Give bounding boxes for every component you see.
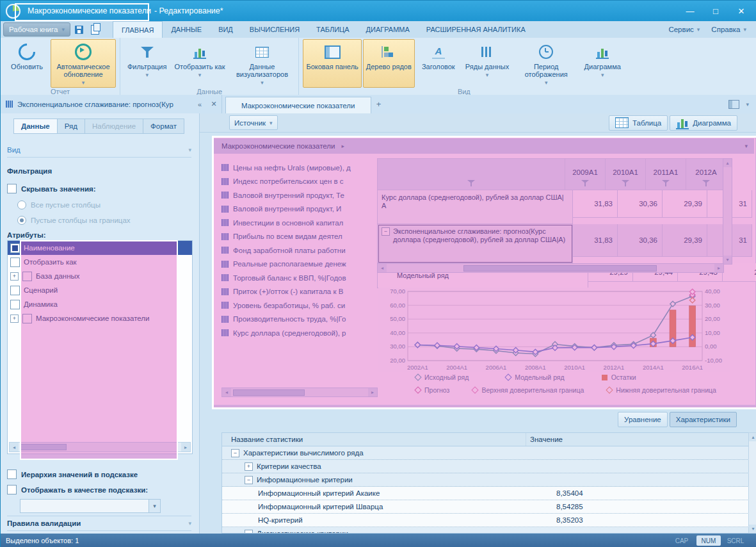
checkbox-icon[interactable]	[22, 272, 32, 281]
series-tree-item[interactable]: Валовой внутренний продукт, Те	[221, 188, 376, 202]
document-tab[interactable]: Макроэкономические показатели	[225, 97, 371, 113]
series-tree-item[interactable]: Курс доллара (среднегодовой), р	[221, 326, 376, 340]
section-view[interactable]: Вид ▾	[7, 143, 191, 158]
expander-icon[interactable]: +	[10, 272, 19, 281]
expander-icon[interactable]: +	[10, 314, 19, 323]
show-as-tooltip-checkbox[interactable]: Отображать в качестве подсказки:	[7, 485, 191, 494]
radio-all-empty[interactable]: Все пустые столбцы	[17, 200, 191, 209]
year-column-header[interactable]: 2012A	[686, 159, 727, 190]
series-tree-hscrollbar[interactable]: ◂ ▸	[221, 388, 378, 397]
expander-icon[interactable]: +	[245, 462, 253, 471]
series-tree-item[interactable]: Производительность труда, %|Го	[221, 313, 376, 327]
ribbon-button[interactable]: Данные визуализаторов ▾	[229, 39, 294, 88]
sidebar-tab[interactable]: Данные	[13, 118, 58, 134]
radio-border-empty[interactable]: Пустые столбцы на границах	[17, 216, 191, 225]
table-cell[interactable]: 30,36	[618, 190, 663, 218]
ribbon-button[interactable]: Боковая панель	[303, 39, 361, 88]
collapse-panel-button[interactable]: «	[195, 101, 205, 108]
arrow-right-icon[interactable]: ▸	[342, 143, 345, 149]
row-label[interactable]: − Экспоненциальное сглаживание: прогноз(…	[378, 224, 573, 263]
chevron-down-icon[interactable]: ▾	[746, 101, 749, 108]
ribbon-button[interactable]: Автоматическое обновление ▾	[51, 39, 116, 88]
ribbon-button[interactable]: Период отображения ▾	[513, 39, 579, 88]
ribbon-button[interactable]: Заголовок	[416, 39, 461, 88]
close-panel-button[interactable]: ✕	[209, 100, 219, 108]
series-tree-item[interactable]: Фонд заработной платы работни	[221, 243, 376, 257]
scroll-down-icon[interactable]: ▾	[749, 525, 756, 533]
series-tree-item[interactable]: Уровень безработицы, % раб. си	[221, 298, 376, 313]
series-tree-item[interactable]: Торговый баланс к ВВП, %|Годов	[221, 271, 376, 285]
ribbon-tab[interactable]: ВИД	[210, 21, 241, 38]
scroll-down-icon[interactable]: ▾	[723, 256, 732, 264]
row-label[interactable]: Курс доллара (среднегодовой), рублей за …	[378, 190, 573, 224]
attribute-item[interactable]: + База данных	[8, 269, 192, 283]
ribbon-button[interactable]: Обновить	[4, 39, 49, 88]
menu-right-item[interactable]: Справка ▾	[707, 26, 750, 33]
stats-row[interactable]: − Диагностические критерии	[222, 527, 749, 534]
table-cell[interactable]: 29,39	[663, 190, 707, 218]
attribute-item[interactable]: + Макроэкономические показатели	[8, 311, 192, 325]
checkbox-icon[interactable]	[10, 286, 20, 295]
expander-icon[interactable]: −	[382, 227, 390, 236]
series-tree-item[interactable]: Индекс потребительских цен в с	[221, 175, 376, 189]
ribbon-tab[interactable]: РАСШИРЕННАЯ АНАЛИТИКА	[418, 21, 534, 38]
scroll-left-icon[interactable]: ◂	[222, 388, 231, 396]
filter-icon[interactable]	[581, 180, 589, 187]
hide-values-checkbox[interactable]: Скрывать значения:	[7, 184, 191, 193]
stats-col-name[interactable]: Название статистики	[222, 433, 526, 446]
stats-row[interactable]: − Информационные критерии	[222, 473, 749, 487]
ribbon-tab[interactable]: ТАБЛИЦА	[308, 21, 358, 38]
scroll-left-icon[interactable]: ◂	[378, 264, 387, 272]
radio-icon[interactable]	[17, 216, 26, 225]
series-tree-item[interactable]: Валовой внутренний продукт, И	[221, 202, 376, 216]
attribute-item[interactable]: Наименование	[8, 241, 192, 255]
table-vscrollbar[interactable]: ▴ ▾	[723, 158, 732, 265]
radio-icon[interactable]	[17, 200, 26, 209]
stats-row[interactable]: + Критерии качества	[222, 460, 749, 473]
series-tree-item[interactable]: Приток (+)/отток (-) капитала к В	[221, 285, 376, 299]
section-validation[interactable]: Правила валидации ▾	[7, 516, 191, 531]
year-column-header[interactable]: 2009A1	[565, 159, 606, 190]
filter-icon[interactable]	[622, 180, 629, 187]
checkbox-icon[interactable]	[7, 469, 17, 479]
characteristics-button[interactable]: Характеристики	[670, 412, 737, 427]
table-cell[interactable]: 30,36	[618, 224, 663, 257]
scroll-thumb[interactable]	[20, 444, 67, 450]
filter-icon[interactable]	[702, 180, 710, 187]
attribute-item[interactable]: Сценарий	[8, 283, 192, 297]
scroll-thumb[interactable]	[463, 265, 657, 272]
checkbox-icon[interactable]	[10, 243, 20, 253]
scroll-right-icon[interactable]: ▸	[714, 264, 723, 272]
checkbox-icon[interactable]	[7, 184, 17, 193]
new-tab-button[interactable]: +	[371, 95, 387, 113]
sidebar-tab[interactable]: Ряд	[57, 118, 85, 134]
chevron-down-icon[interactable]: ▾	[744, 143, 748, 149]
hierarchy-tooltip-checkbox[interactable]: Иерархия значений в подсказке	[7, 469, 191, 479]
year-column-header[interactable]: 2010A1	[606, 159, 646, 190]
row-header-column[interactable]	[378, 159, 565, 190]
checkbox-icon[interactable]	[7, 485, 17, 494]
layout-icon[interactable]	[728, 100, 739, 109]
report-header[interactable]: Макроэкономические показатели ▸ ▾	[214, 138, 754, 154]
ribbon-tab[interactable]: ГЛАВНАЯ	[113, 21, 163, 38]
scroll-up-icon[interactable]: ▴	[723, 159, 732, 167]
stats-row[interactable]: Информационный критерий Акаике 8,35404	[222, 487, 749, 500]
stats-row[interactable]: Информационный критерий Шварца 8,54285	[222, 500, 749, 514]
series-tree-item[interactable]: Реальные располагаемые денеж	[221, 257, 376, 272]
checkbox-icon[interactable]	[10, 300, 20, 309]
scroll-right-icon[interactable]: ▸	[368, 388, 377, 396]
table-hscrollbar[interactable]: ◂ ▸	[377, 263, 724, 273]
ribbon-button[interactable]: Диаграмма ▾	[580, 39, 625, 88]
year-column-header[interactable]: 2011A1	[646, 159, 686, 190]
table-cell[interactable]: 29,39	[663, 224, 707, 257]
ribbon-tab[interactable]: ДИАГРАММА	[358, 21, 418, 38]
series-tree-item[interactable]: Прибыль по всем видам деятел	[221, 230, 376, 244]
minimize-button[interactable]: —	[677, 3, 703, 19]
attribute-item[interactable]: Динамика	[8, 297, 192, 311]
ribbon-button[interactable]: Ряды данных ▾	[462, 39, 512, 88]
sidebar-tab[interactable]: Наблюдение	[84, 118, 143, 134]
scroll-right-icon[interactable]: ▸	[181, 443, 190, 452]
table-view-button[interactable]: Таблица	[609, 115, 668, 131]
table-cell[interactable]: 29	[723, 263, 756, 282]
equation-button[interactable]: Уравнение	[618, 412, 668, 427]
